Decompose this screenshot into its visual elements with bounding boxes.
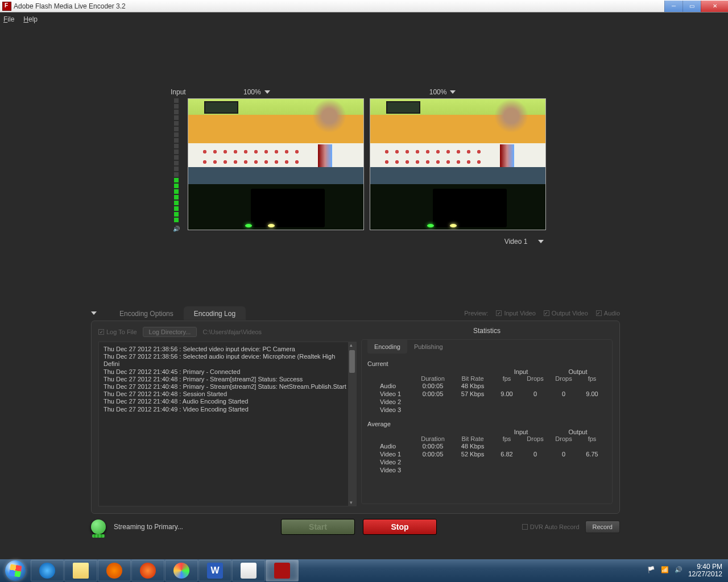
log-line: Thu Dec 27 2012 21:38:56 : Selected audi… [104,353,351,368]
chk-output-video[interactable]: ✓Output Video [544,310,588,317]
status-text: Streaming to Primary... [114,523,273,531]
streaming-status-icon [91,519,106,534]
output-video-preview [370,98,546,230]
log-textarea[interactable]: Thu Dec 27 2012 21:38:56 : Selected vide… [98,342,357,506]
stats-row-avg-audio: Audio 0:00:0548 Kbps [367,442,606,450]
chk-dvr-auto-record[interactable]: DVR Auto Record [522,523,580,530]
output-video-select[interactable]: Video 1 [504,238,544,246]
input-zoom-select[interactable]: 100% [243,88,270,96]
log-line: Thu Dec 27 2012 21:40:48 : Primary - Str… [104,383,351,390]
taskbar-app1[interactable] [165,560,198,581]
log-path: C:\Users\fajar\Videos [202,329,262,335]
window-title: Adobe Flash Media Live Encoder 3.2 [14,2,664,10]
taskbar-explorer[interactable] [64,560,97,581]
stats-row-avg-v2: Video 2 [367,458,606,466]
log-line: Thu Dec 27 2012 21:40:48 : Primary - Str… [104,376,351,383]
input-video-preview [188,98,364,230]
preview-label: Preview: [464,310,488,317]
stats-row-current-audio: Audio 0:00:0548 Kbps [367,382,606,390]
chevron-down-icon [264,90,270,94]
control-bar: Streaming to Primary... Start Stop DVR A… [91,517,620,537]
chevron-down-icon [538,240,544,243]
window-minimize-button[interactable]: ─ [664,1,682,12]
stats-row-avg-v3: Video 3 [367,466,606,474]
audio-level-meter: 🔊 [171,98,182,233]
tab-stats-encoding[interactable]: Encoding [367,340,407,354]
stats-row-current-v3: Video 3 [367,406,606,414]
start-button[interactable] [0,559,31,582]
log-directory-button[interactable]: Log Directory... [143,327,197,337]
collapse-icon[interactable] [91,311,97,315]
chk-audio[interactable]: ✓Audio [596,310,620,317]
preview-area: Input 100% 100% 🔊 [171,88,546,246]
taskbar-word[interactable]: W [198,560,231,581]
menu-help[interactable]: Help [23,15,38,23]
current-label: Current [367,360,606,367]
average-label: Average [367,421,606,427]
taskbar-fmle[interactable] [266,560,299,581]
log-line: Thu Dec 27 2012 21:40:48 : Session Start… [104,390,351,398]
statistics-title: Statistics [361,327,613,335]
stats-row-current-v2: Video 2 [367,398,606,406]
tray-flag-icon[interactable]: 🏳️ [647,566,656,575]
stop-button[interactable]: Stop [363,519,437,535]
tab-stats-publishing[interactable]: Publishing [407,340,450,354]
taskbar-paint[interactable] [232,560,265,581]
chevron-down-icon [450,90,456,94]
output-zoom-select[interactable]: 100% [429,88,456,96]
encoding-panel: Encoding Options Encoding Log Preview: ✓… [91,306,620,514]
taskbar-media-player[interactable] [98,560,131,581]
stats-row-current-v1: Video 1 0:00:0557 Kbps 9.000 09.00 [367,390,606,398]
tab-encoding-options[interactable]: Encoding Options [109,306,184,320]
window-titlebar: Adobe Flash Media Live Encoder 3.2 ─ ▭ ✕ [0,0,728,13]
taskbar-firefox[interactable] [131,560,164,581]
tray-network-icon[interactable]: 📶 [661,566,670,575]
taskbar-ie[interactable] [31,560,64,581]
log-line: Thu Dec 27 2012 21:40:45 : Primary - Con… [104,368,351,376]
tray-clock[interactable]: 9:40 PM 12/27/2012 [688,563,722,578]
input-label: Input [171,88,239,96]
scrollbar[interactable] [348,342,356,506]
windows-taskbar: W 🏳️ 📶 🔊 9:40 PM 12/27/2012 [0,559,728,582]
chk-input-video[interactable]: ✓Input Video [496,310,535,317]
chk-log-to-file[interactable]: ✓Log To File [98,329,137,335]
stats-row-avg-v1: Video 1 0:00:0552 Kbps 6.820 06.75 [367,450,606,458]
window-close-button[interactable]: ✕ [701,1,728,12]
app-icon [2,2,11,11]
log-line: Thu Dec 27 2012 21:40:49 : Video Encodin… [104,406,351,413]
tray-volume-icon[interactable]: 🔊 [675,566,684,575]
window-maximize-button[interactable]: ▭ [682,1,701,12]
menu-bar: File Help [0,13,728,26]
start-button[interactable]: Start [281,519,355,535]
log-line: Thu Dec 27 2012 21:40:48 : Audio Encodin… [104,398,351,405]
menu-file[interactable]: File [3,15,14,23]
log-line: Thu Dec 27 2012 21:38:56 : Selected vide… [104,346,351,353]
tab-encoding-log[interactable]: Encoding Log [184,306,246,320]
speaker-icon: 🔊 [173,226,180,232]
record-button[interactable]: Record [585,521,620,533]
